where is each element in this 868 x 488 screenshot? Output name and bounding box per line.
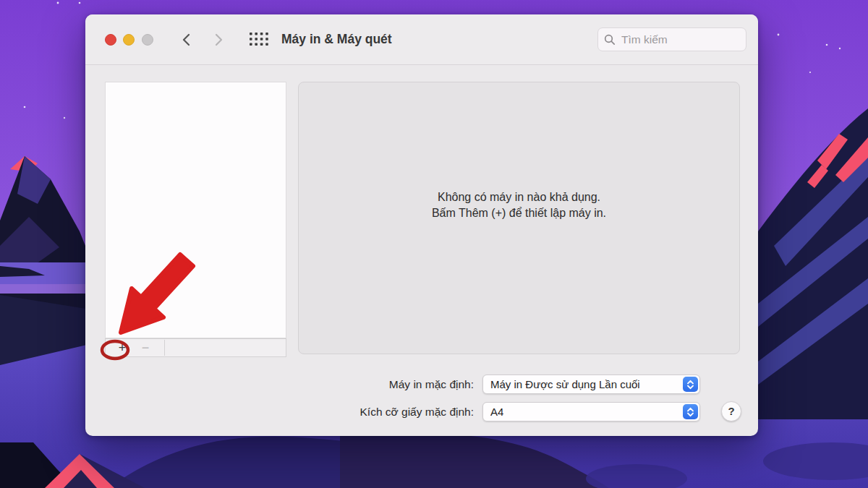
- title-bar: Máy in & Máy quét: [85, 14, 758, 65]
- window-title: Máy in & Máy quét: [281, 14, 392, 64]
- paper-size-label: Kích cỡ giấy mặc định:: [230, 402, 474, 421]
- search-field[interactable]: [597, 27, 746, 51]
- grid-icon: [250, 32, 269, 46]
- printer-list-toolbar: + −: [105, 338, 286, 357]
- stepper-icon: [683, 377, 698, 392]
- printers-scanners-window: Máy in & Máy quét + − Không có máy in nà…: [85, 14, 758, 436]
- show-all-button[interactable]: [249, 32, 269, 48]
- paper-size-value: A4: [490, 406, 503, 418]
- search-icon: [604, 34, 616, 46]
- stepper-icon: [683, 404, 698, 419]
- remove-printer-button[interactable]: −: [135, 339, 156, 356]
- add-printer-button[interactable]: +: [111, 339, 133, 356]
- back-button[interactable]: [177, 31, 195, 48]
- default-printer-value: Máy in Được sử dụng Lần cuối: [490, 378, 640, 390]
- forward-button[interactable]: [210, 31, 228, 48]
- empty-state-line1: Không có máy in nào khả dụng.: [299, 189, 739, 205]
- default-printer-label: Máy in mặc định:: [230, 374, 474, 394]
- empty-state-message: Không có máy in nào khả dụng. Bấm Thêm (…: [299, 189, 739, 221]
- printer-list[interactable]: [105, 82, 286, 338]
- help-button[interactable]: ?: [721, 401, 741, 421]
- paper-size-select[interactable]: A4: [482, 402, 700, 421]
- zoom-button[interactable]: [142, 34, 153, 46]
- chevron-left-icon: [182, 33, 190, 46]
- chevron-right-icon: [215, 33, 224, 46]
- search-input[interactable]: [620, 33, 739, 47]
- minimize-button[interactable]: [123, 34, 135, 46]
- close-button[interactable]: [105, 34, 116, 46]
- empty-state-line2: Bấm Thêm (+) để thiết lập máy in.: [299, 205, 739, 221]
- default-printer-select[interactable]: Máy in Được sử dụng Lần cuối: [482, 374, 700, 394]
- toolbar-divider: [164, 340, 165, 356]
- printer-detail-panel: Không có máy in nào khả dụng. Bấm Thêm (…: [298, 82, 740, 354]
